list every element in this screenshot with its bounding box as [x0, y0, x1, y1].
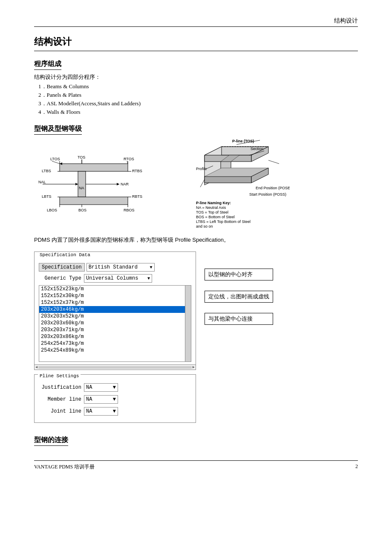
section-heading-steel: 型钢及型钢等级	[34, 124, 82, 135]
footer-left: VANTAGE PDMS 培训手册	[34, 463, 95, 471]
svg-text:NA: NA	[79, 186, 84, 190]
svg-text:LBOS: LBOS	[47, 208, 57, 212]
spec-dropdown-arrow: ▼	[150, 265, 153, 270]
list-item-4[interactable]: 203x203x52kg/m	[39, 313, 185, 320]
spec-list-scrollbar[interactable]	[185, 286, 191, 361]
justification-row: Justification NA ▼	[35, 383, 196, 392]
list-item-1: 1．Beams & Columns	[38, 83, 358, 90]
justification-dropdown[interactable]: NA ▼	[84, 383, 118, 392]
pdms-intro-text: PDMS 内置了国外很多国家的型钢标准库，称为型钢等级 Profile Spec…	[34, 236, 358, 244]
joint-line-row: Joint line NA ▼	[35, 407, 196, 416]
svg-text:and so on: and so on	[196, 224, 213, 228]
svg-text:RTOS: RTOS	[124, 157, 134, 161]
joint-line-dropdown[interactable]: NA ▼	[84, 407, 118, 416]
list-item-2: 2．Panels & Plates	[38, 91, 358, 99]
svg-text:BOS: BOS	[78, 208, 86, 212]
list-item-5[interactable]: 203x203x60kg/m	[39, 320, 185, 327]
pline-dialog: Pline Settings Justification NA ▼ Member…	[34, 374, 196, 423]
joint-line-arrow: ▼	[113, 408, 116, 414]
svg-text:RBOS: RBOS	[124, 208, 135, 212]
ibeam-svg: LTOS TOS RTOS LTBS RTBS NA	[34, 138, 162, 232]
generic-type-dropdown[interactable]: Universal Columns ▼	[84, 274, 152, 283]
spec-row: Specification British Standard ▼	[35, 263, 196, 272]
profile-diagram: P-line (TOS) Section Profile End Positio…	[170, 138, 290, 232]
section-heading-program: 程序组成	[34, 60, 61, 70]
section-steel-grade: 型钢及型钢等级 LTOS TOS	[34, 124, 358, 427]
member-line-arrow: ▼	[113, 396, 116, 402]
page-footer: VANTAGE PDMS 培训手册 2	[34, 460, 358, 471]
list-item-9[interactable]: 254x254x89kg/m	[39, 347, 185, 354]
svg-text:P-line Naming Key:: P-line Naming Key:	[196, 201, 231, 205]
svg-text:Section: Section	[251, 147, 263, 151]
svg-line-9	[52, 161, 60, 164]
pline-dialog-title: Pline Settings	[38, 373, 81, 379]
svg-rect-2	[60, 197, 128, 205]
spec-dialog-title: Specification Data	[38, 252, 92, 257]
annotation-justification: 以型钢的中心对齐	[205, 269, 273, 280]
dialog-wrapper: Specification Data Specification British…	[34, 247, 358, 427]
list-item-4: 4．Walls & Floors	[38, 108, 358, 116]
diagram-container: LTOS TOS RTOS LTBS RTBS NA	[34, 138, 358, 232]
header-title: 结构设计	[334, 17, 358, 24]
page-header: 结构设计	[34, 17, 358, 27]
svg-text:LTBS = Left Top Bottom of Stee: LTBS = Left Top Bottom of Steel	[196, 220, 251, 224]
section-steel-connection: 型钢的连接	[34, 436, 358, 449]
annotation-member-line: 定位线，出图时画成虚线	[205, 291, 273, 303]
member-line-dropdown[interactable]: NA ▼	[84, 395, 118, 404]
svg-text:LTOS: LTOS	[50, 157, 60, 161]
svg-text:RBTS: RBTS	[132, 194, 142, 199]
svg-text:RTBS: RTBS	[132, 169, 142, 173]
page-title: 结构设计	[34, 35, 358, 48]
list-item-6[interactable]: 203x203x71kg/m	[39, 327, 185, 333]
spec-dropdown-value: British Standard	[89, 264, 138, 270]
svg-text:End Position (POSE): End Position (POSE)	[256, 186, 290, 190]
member-line-value: NA	[86, 396, 92, 402]
svg-text:TOS = Top of Steel: TOS = Top of Steel	[196, 210, 228, 214]
generic-type-arrow: ▼	[147, 276, 150, 281]
program-intro: 结构设计分为四部分程序：	[34, 73, 358, 81]
svg-text:Profile: Profile	[196, 167, 207, 171]
list-item-1[interactable]: 152x152x30kg/m	[39, 292, 185, 299]
generic-type-value: Universal Columns	[86, 275, 138, 281]
spec-dialog: Specification Data Specification British…	[34, 251, 196, 370]
svg-text:Start Position (POSS): Start Position (POSS)	[249, 192, 286, 197]
list-item-7[interactable]: 203x203x86kg/m	[39, 333, 185, 340]
member-line-row: Member line NA ▼	[35, 395, 196, 404]
spec-list-content: 152x152x23kg/m 152x152x30kg/m 152x152x37…	[39, 286, 185, 354]
list-item-8[interactable]: 254x254x73kg/m	[39, 340, 185, 347]
svg-rect-0	[60, 164, 128, 171]
justification-value: NA	[86, 384, 92, 390]
section-heading-connection: 型钢的连接	[34, 436, 68, 446]
list-item-0[interactable]: 152x152x23kg/m	[39, 286, 185, 292]
joint-line-label: Joint line	[39, 408, 81, 414]
list-item-2[interactable]: 152x152x37kg/m	[39, 299, 185, 306]
page: 结构设计 结构设计 程序组成 结构设计分为四部分程序： 1．Beams & Co…	[0, 0, 392, 479]
spec-list[interactable]: 152x152x23kg/m 152x152x30kg/m 152x152x37…	[39, 285, 191, 362]
svg-marker-37	[205, 176, 251, 183]
svg-text:NAL: NAL	[38, 180, 46, 184]
profile-svg: P-line (TOS) Section Profile End Positio…	[170, 138, 290, 232]
list-item-3[interactable]: 203x203x46kg/m	[39, 306, 185, 313]
specification-button[interactable]: Specification	[39, 263, 85, 272]
annotations-column: 以型钢的中心对齐 定位线，出图时画成虚线 与其他梁中心连接	[205, 247, 273, 332]
svg-text:BOS = Bottom of Steel: BOS = Bottom of Steel	[196, 215, 235, 219]
svg-text:NA = Neutral Axis: NA = Neutral Axis	[196, 205, 226, 210]
annotation-joint-line: 与其他梁中心连接	[205, 313, 273, 325]
svg-line-47	[268, 160, 279, 164]
title-divider	[34, 51, 358, 51]
section-program: 程序组成 结构设计分为四部分程序： 1．Beams & Columns 2．Pa…	[34, 60, 358, 116]
spec-dropdown[interactable]: British Standard ▼	[86, 263, 155, 272]
svg-rect-1	[78, 171, 86, 197]
justification-label: Justification	[39, 384, 81, 390]
dialogs-column: Specification Data Specification British…	[34, 247, 196, 427]
footer-right: 2	[355, 463, 358, 471]
svg-text:TOS: TOS	[78, 155, 85, 159]
svg-text:P-line (TOS): P-line (TOS)	[232, 139, 254, 143]
svg-text:NAR: NAR	[121, 182, 129, 186]
generic-type-row: Generic Type Universal Columns ▼	[35, 274, 196, 283]
svg-text:LBTS: LBTS	[42, 194, 52, 199]
svg-text:LTBS: LTBS	[42, 169, 51, 173]
joint-line-value: NA	[86, 408, 92, 414]
list-item-3: 3．ASL Modeller(Access,Stairs and Ladders…	[38, 100, 358, 107]
justification-arrow: ▼	[113, 384, 116, 390]
